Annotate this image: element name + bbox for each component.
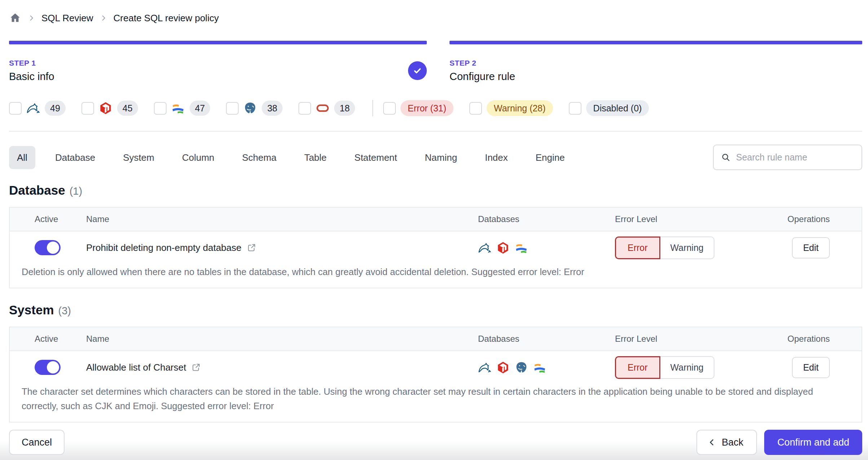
step-2-label: STEP 2 [449,59,515,67]
cancel-button[interactable]: Cancel [9,430,65,455]
level-filter-error: Error (31) [383,100,453,116]
rule-description: The character set determines which chara… [10,384,862,422]
tab-database[interactable]: Database [47,146,103,169]
page: SQL Review Create SQL review policy STEP… [0,10,868,423]
error-level-checkbox[interactable] [383,102,396,115]
filter-bar: 49 45 47 38 18 Error (31) War [9,99,862,117]
tab-column[interactable]: Column [174,146,222,169]
mysql-icon [26,101,40,115]
breadcrumb-item-sql-review[interactable]: SQL Review [41,13,93,24]
breadcrumb-item-current: Create SQL review policy [114,13,219,24]
external-link-icon[interactable] [191,362,201,372]
tidb-icon [99,101,112,115]
rule-name: Allowable list of Charset [86,362,186,373]
error-level-segmented-control: Error Warning [615,356,766,379]
search-input[interactable] [735,152,854,163]
tab-statement[interactable]: Statement [346,146,405,169]
section-heading-system: System (3) [9,303,862,317]
table-header: Active Name Databases Error Level Operat… [10,208,862,231]
edit-button[interactable]: Edit [792,237,830,258]
col-active: Active [10,214,86,224]
rule-name: Prohibit deleting non-empty database [86,242,242,253]
rule-engines [478,361,615,374]
warning-level-pill: Warning (28) [487,100,553,116]
section-title: System [9,303,54,317]
oracle-icon [316,101,329,115]
error-level-pill: Error (31) [400,100,453,116]
col-operations: Operations [766,334,862,344]
chevron-right-icon [99,14,107,22]
tab-schema[interactable]: Schema [234,146,284,169]
step-1-label: STEP 1 [9,59,54,67]
tab-engine[interactable]: Engine [528,146,573,169]
table-header: Active Name Databases Error Level Operat… [10,327,862,351]
col-operations: Operations [766,214,862,224]
mysql-checkbox[interactable] [9,102,22,115]
table-row: Allowable list of Charset Error Warning [10,351,862,422]
col-name: Name [86,214,478,224]
engine-filter-oracle: 18 [298,101,355,116]
table-row: Prohibit deleting non-empty database Err… [10,231,862,288]
level-filter-warning: Warning (28) [469,100,553,116]
warning-level-checkbox[interactable] [469,102,482,115]
col-error-level: Error Level [615,214,766,224]
error-segment-selected[interactable]: Error [615,236,660,259]
tab-all[interactable]: All [9,146,35,169]
mysql-icon [478,361,491,374]
engine-filter-tidb: 45 [81,101,138,116]
postgresql-icon [243,101,257,115]
level-filter-disabled: Disabled (0) [569,100,649,116]
col-databases: Databases [478,214,615,224]
edit-button[interactable]: Edit [792,357,830,378]
tidb-checkbox[interactable] [81,102,94,115]
disabled-level-checkbox[interactable] [569,102,581,115]
oracle-count-badge: 18 [334,101,355,116]
section-title: Database [9,183,65,198]
breadcrumb: SQL Review Create SQL review policy [9,10,862,26]
tidb-icon [496,241,510,255]
section-count: (1) [70,185,82,197]
step-1-title: Basic info [9,71,54,83]
oceanbase-count-badge: 47 [190,101,211,116]
section-divider [9,131,862,132]
back-button[interactable]: Back [696,430,757,455]
tab-naming[interactable]: Naming [417,146,465,169]
step-1: STEP 1 Basic info [9,41,427,83]
postgresql-checkbox[interactable] [226,102,239,115]
filter-divider [372,100,373,116]
section-heading-database: Database (1) [9,183,862,198]
confirm-and-add-button[interactable]: Confirm and add [764,430,862,455]
tab-system[interactable]: System [115,146,162,169]
oceanbase-icon [533,361,546,374]
error-segment-selected[interactable]: Error [615,356,660,379]
oceanbase-checkbox[interactable] [154,102,167,115]
search-box [713,145,862,170]
step-indicator: STEP 1 Basic info STEP 2 Configure rule [9,41,862,83]
oceanbase-icon [515,241,528,255]
category-tabbar: All Database System Column Schema Table … [9,145,862,170]
col-error-level: Error Level [615,334,766,344]
rule-active-toggle[interactable] [35,360,61,375]
chevron-right-icon [27,14,35,22]
step-2-title: Configure rule [449,71,515,83]
step-1-progress-bar [9,41,427,44]
step-2: STEP 2 Configure rule [449,41,862,83]
engine-filter-postgresql: 38 [226,101,283,116]
error-level-segmented-control: Error Warning [615,236,766,259]
external-link-icon[interactable] [247,243,257,253]
col-active: Active [10,334,86,344]
warning-segment[interactable]: Warning [660,356,714,379]
rule-active-toggle[interactable] [35,240,61,255]
rules-table-database: Active Name Databases Error Level Operat… [9,207,862,288]
step-1-completed-badge [408,61,427,80]
home-icon[interactable] [9,12,21,24]
oracle-checkbox[interactable] [298,102,311,115]
tab-index[interactable]: Index [477,146,516,169]
back-button-label: Back [722,437,743,448]
engine-filter-mysql: 49 [9,101,66,116]
search-icon [721,152,731,162]
warning-segment[interactable]: Warning [660,236,714,259]
tab-table[interactable]: Table [296,146,335,169]
section-count: (3) [58,305,71,317]
col-name: Name [86,334,478,344]
